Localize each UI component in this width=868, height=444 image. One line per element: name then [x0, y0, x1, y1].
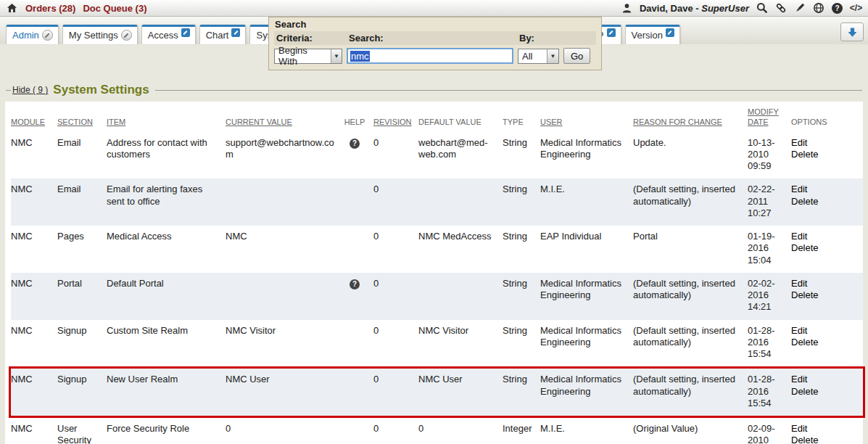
tab-my-settings[interactable]: My Settings — [62, 25, 138, 44]
table-row: NMC Portal Default Portal 0 String Medic… — [11, 273, 863, 320]
globe-icon[interactable] — [812, 2, 824, 15]
cell-options: Edit Delete — [791, 231, 842, 266]
edit-link[interactable]: Edit — [791, 231, 836, 242]
column-header-modify-date[interactable]: Modify Date — [748, 107, 791, 128]
cell-section: Pages — [57, 231, 107, 266]
delete-link[interactable]: Delete — [791, 337, 836, 348]
edit-pencil-icon[interactable] — [121, 30, 132, 41]
cell-item: Medical Access — [107, 231, 226, 266]
download-button[interactable] — [840, 22, 864, 41]
column-header-type: Type — [503, 118, 540, 128]
top-bar: Orders (28) Doc Queue (3) David, Dave - … — [0, 0, 868, 17]
cell-help — [342, 231, 373, 266]
search-input[interactable]: nmc — [347, 48, 513, 64]
edit-pencil-icon[interactable] — [42, 30, 53, 41]
chevron-down-icon — [331, 49, 342, 63]
search-panel: Search Criteria: Search: By: Begins With… — [268, 17, 602, 70]
cell-options: Edit Delete — [791, 278, 842, 313]
column-header-item[interactable]: Item — [107, 118, 226, 128]
tab-admin[interactable]: Admin — [6, 25, 59, 44]
cell-user: Medical Informatics Engineering — [540, 374, 633, 409]
edit-link[interactable]: Edit — [791, 423, 836, 435]
cell-modify-date: 01-28-2016 15:54 — [748, 374, 791, 409]
cell-options: Edit Delete — [791, 184, 842, 219]
edit-link[interactable]: Edit — [791, 184, 836, 195]
delete-link[interactable]: Delete — [791, 196, 836, 207]
cell-user: M.I.E. — [540, 423, 633, 444]
column-header-revision[interactable]: Revision — [373, 118, 418, 128]
cell-default-value: NMC User — [418, 374, 503, 409]
help-icon[interactable] — [350, 139, 360, 149]
edit-link[interactable]: Edit — [791, 278, 836, 289]
column-header-reason[interactable]: Reason for Change — [633, 118, 748, 128]
cell-default-value: webchart@med-web.com — [418, 137, 503, 173]
cell-help — [342, 137, 373, 173]
cell-modify-date: 02-02-2016 14:21 — [748, 278, 791, 313]
go-button[interactable]: Go — [563, 48, 590, 64]
doc-queue-link[interactable]: Doc Queue (3) — [83, 3, 146, 14]
search-icon[interactable] — [756, 2, 768, 15]
table-row: NMC User Security Force Security Role 0 … — [11, 418, 863, 444]
cell-default-value — [418, 184, 503, 219]
code-icon[interactable] — [850, 2, 862, 15]
cell-current-value: NMC User — [226, 374, 342, 409]
delete-link[interactable]: Delete — [791, 386, 836, 398]
edit-link[interactable]: Edit — [791, 374, 836, 385]
column-header-module[interactable]: Module — [11, 118, 57, 128]
marker-icon[interactable] — [793, 2, 806, 15]
cell-default-value — [418, 278, 503, 313]
hide-toggle-link[interactable]: Hide ( 9 ) — [12, 85, 48, 95]
cell-help — [342, 374, 373, 409]
edit-link[interactable]: Edit — [791, 137, 836, 149]
settings-table: Module Section Item Current Value Help R… — [5, 102, 863, 444]
cell-revision: 0 — [373, 325, 418, 361]
tab-version[interactable]: Version — [625, 25, 680, 44]
cell-module: NMC — [11, 423, 57, 444]
cell-section: Email — [57, 184, 107, 219]
criteria-select[interactable]: Begins With — [274, 49, 342, 64]
chevron-down-icon — [547, 49, 558, 63]
by-select[interactable]: All — [518, 49, 559, 64]
orders-link[interactable]: Orders (28) — [25, 3, 75, 14]
cell-revision: 0 — [373, 231, 418, 266]
link-icon[interactable] — [774, 2, 787, 15]
cell-current-value — [226, 184, 342, 219]
cell-type: String — [503, 374, 540, 409]
cell-reason: (Original Value) — [633, 423, 748, 444]
column-header-current-value[interactable]: Current Value — [226, 118, 342, 128]
edit-pencil-icon[interactable] — [181, 28, 190, 37]
column-header-user[interactable]: User — [540, 118, 633, 128]
cell-type: String — [503, 325, 540, 361]
delete-link[interactable]: Delete — [791, 149, 836, 160]
help-icon[interactable] — [350, 279, 360, 289]
cell-type: String — [503, 231, 540, 266]
cell-section: Signup — [57, 374, 107, 409]
cell-user: Medical Informatics Engineering — [540, 137, 633, 173]
edit-pencil-icon[interactable] — [607, 28, 616, 37]
edit-pencil-icon[interactable] — [231, 28, 240, 37]
cell-section: Portal — [57, 278, 107, 313]
delete-link[interactable]: Delete — [791, 435, 836, 444]
search-labels-row: Criteria: Search: By: — [274, 31, 596, 45]
cell-module: NMC — [11, 184, 57, 219]
cell-current-value: NMC Visitor — [226, 325, 342, 361]
cell-revision: 0 — [373, 184, 418, 219]
help-icon[interactable] — [831, 2, 843, 15]
delete-link[interactable]: Delete — [791, 242, 836, 254]
edit-pencil-icon[interactable] — [666, 28, 674, 37]
delete-link[interactable]: Delete — [791, 289, 836, 301]
cell-item: Force Security Role — [107, 423, 226, 444]
divider — [155, 90, 862, 91]
tab-chart[interactable]: Chart — [199, 25, 247, 44]
page-title: System Settings — [53, 83, 149, 97]
top-bar-left: Orders (28) Doc Queue (3) — [6, 2, 147, 15]
column-header-section[interactable]: Section — [57, 118, 107, 128]
edit-link[interactable]: Edit — [791, 325, 836, 337]
user-icon — [621, 2, 633, 15]
table-header-row: Module Section Item Current Value Help R… — [11, 106, 863, 132]
tab-access[interactable]: Access — [141, 25, 196, 44]
cell-section: User Security — [57, 423, 107, 444]
table-row: NMC Email Email for alerting faxes sent … — [11, 178, 863, 226]
table-row: NMC Signup New User Realm NMC User 0 NMC… — [9, 366, 865, 418]
home-icon[interactable] — [6, 2, 18, 15]
